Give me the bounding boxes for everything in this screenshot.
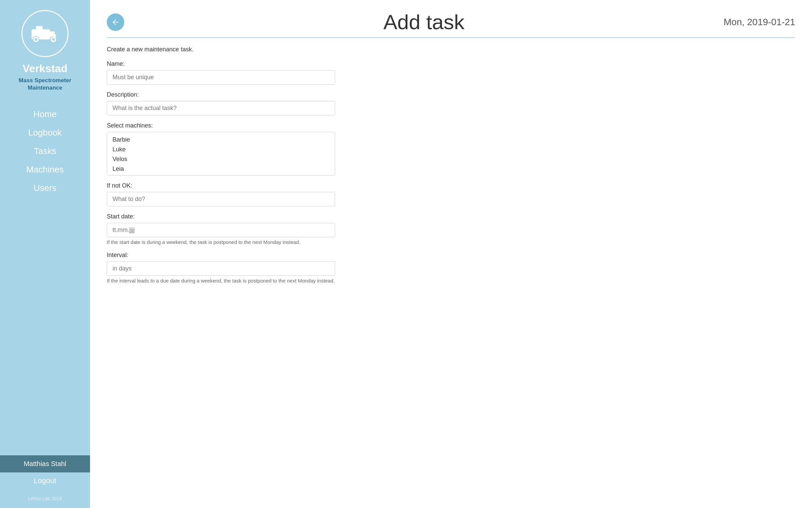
header-divider [107,37,795,38]
date-display: Mon, 2019-01-21 [724,17,795,28]
svg-point-4 [52,38,55,41]
description-label: Description: [107,91,795,98]
main-content: Add task Mon, 2019-01-21 Create a new ma… [90,0,812,508]
interval-field-group: Interval: If the interval leads to a due… [107,252,795,284]
page-header: Add task Mon, 2019-01-21 [107,10,795,34]
svg-rect-1 [36,26,43,31]
sidebar-nav: Home Logbook Tasks Machines Users [0,105,90,455]
name-input[interactable] [107,70,335,85]
sidebar-item-logbook[interactable]: Logbook [0,124,90,142]
start-date-hint: If the start date is during a weekend, t… [107,239,335,245]
sidebar-item-home[interactable]: Home [0,105,90,124]
list-item[interactable]: Barbie [107,135,335,144]
interval-hint: If the interval leads to a due date duri… [107,278,335,284]
list-item[interactable]: Fubi [107,174,335,175]
description-field-group: Description: [107,91,795,116]
interval-input[interactable] [107,261,335,276]
list-item[interactable]: Luke [107,144,335,154]
sidebar-item-machines[interactable]: Machines [0,160,90,179]
list-item[interactable]: Leia [107,164,335,174]
start-date-field-group: Start date: If the start date is during … [107,213,795,245]
logo-icon [30,22,60,45]
if-not-ok-label: If not OK: [107,182,795,189]
logout-button[interactable]: Logout [0,472,90,489]
svg-point-6 [35,38,37,41]
description-input[interactable] [107,101,335,116]
start-date-label: Start date: [107,213,795,220]
app-title: Verkstad [23,62,67,75]
sidebar-logo-area: Verkstad Mass Spectrometer Maintenance [0,0,90,98]
list-item[interactable]: Velos [107,154,335,164]
app-subtitle: Mass Spectrometer Maintenance [7,77,83,92]
name-label: Name: [107,60,795,68]
sidebar-item-tasks[interactable]: Tasks [0,142,90,160]
start-date-input[interactable] [107,223,335,237]
machines-field-group: Select machines: Barbie Luke Velos Leia … [107,122,795,175]
name-field-group: Name: [107,60,795,85]
page-title: Add task [124,10,724,34]
interval-label: Interval: [107,252,795,259]
if-not-ok-input[interactable] [107,192,335,206]
sidebar-footer: Lehtio Lab 2019 [28,489,62,501]
form-description: Create a new maintenance task. [107,46,795,53]
machines-list[interactable]: Barbie Luke Velos Leia Fubi [107,132,335,175]
if-not-ok-field-group: If not OK: [107,182,795,206]
sidebar-item-users[interactable]: Users [0,179,90,197]
machines-label: Select machines: [107,122,795,129]
app-logo [22,10,69,57]
current-user: Matthias Stahl [0,455,90,472]
back-button[interactable] [107,13,124,31]
back-arrow-icon [111,18,120,27]
sidebar: Verkstad Mass Spectrometer Maintenance H… [0,0,90,508]
